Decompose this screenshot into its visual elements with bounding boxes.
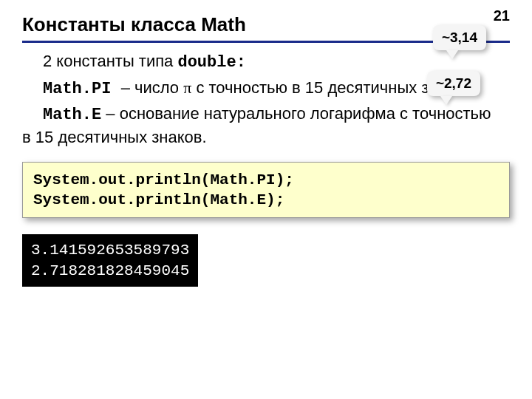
e-line: Math.E – основание натурального логарифм… (22, 103, 495, 148)
intro-code: double: (177, 53, 245, 72)
code-block: System.out.println(Math.PI); System.out.… (22, 162, 510, 219)
pi-dash: – число (121, 78, 184, 97)
pi-const: Math.PI (43, 80, 121, 98)
page-number: 21 (494, 7, 510, 24)
output-block: 3.141592653589793 2.718281828459045 (22, 234, 198, 287)
callout-pi: ~3,14 (433, 25, 486, 50)
callout-pi-text: ~3,14 (442, 30, 477, 45)
callout-e-text: ~2,72 (436, 75, 471, 91)
callout-tail-icon (440, 96, 452, 105)
content-area: ~3,14 ~2,72 2 константы типа double: Mat… (22, 50, 510, 287)
callout-e: ~2,72 (427, 71, 480, 96)
intro-line: 2 константы типа double: (22, 50, 495, 74)
callout-tail-icon (446, 50, 458, 59)
pi-symbol: π (183, 78, 191, 97)
pi-line: Math.PI – число π с точностью в 15 десят… (22, 77, 495, 100)
e-const: Math.E (43, 106, 101, 124)
intro-prefix: 2 константы типа (43, 52, 177, 70)
